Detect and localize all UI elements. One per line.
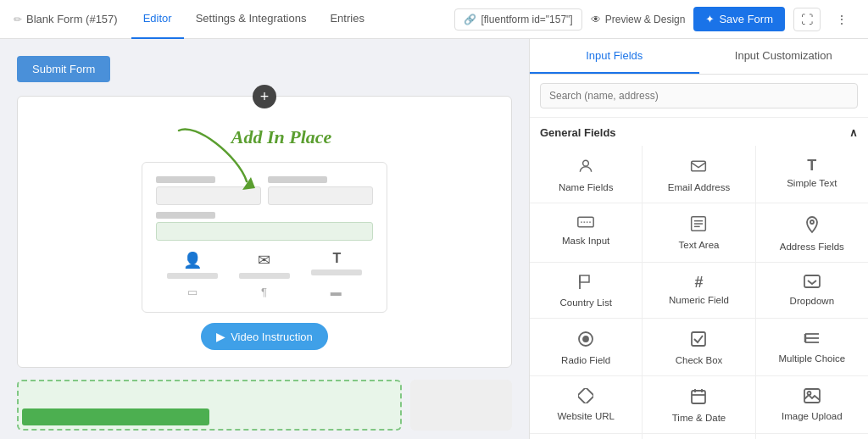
person-icon: 👤	[183, 251, 202, 270]
email-icon	[690, 158, 707, 177]
topbar-left: ✏ Blank Form (#157) Editor Settings & In…	[14, 0, 437, 39]
video-instruction-button[interactable]: ▶ Video Instruction	[201, 323, 328, 350]
field-name-fields[interactable]: Name Fields	[530, 146, 642, 203]
field-custom-html[interactable]: </> Custom HTML	[643, 434, 754, 439]
svg-rect-19	[578, 388, 593, 403]
field-name-label: Name Fields	[559, 182, 614, 192]
preview-button[interactable]: 👁 Preview & Design	[591, 14, 686, 25]
text-icon: T	[807, 158, 816, 173]
field-country-label: Country List	[559, 297, 611, 308]
panel-search	[530, 75, 868, 118]
svg-rect-2	[692, 161, 706, 171]
edit-icon: ✏	[14, 14, 22, 25]
field-dropdown-label: Dropdown	[790, 296, 834, 306]
field-numeric-label: Numeric Field	[669, 295, 729, 305]
flag-icon	[577, 275, 594, 292]
field-file-upload[interactable]: File Upload	[530, 434, 642, 439]
field-checkbox[interactable]: Check Box	[643, 319, 754, 375]
field-textarea-label: Text Area	[679, 240, 720, 250]
field-text-area[interactable]: Text Area	[643, 203, 754, 262]
shortcode-icon: 🔗	[464, 14, 476, 25]
field-email-address[interactable]: Email Address	[643, 146, 754, 203]
plus-icon: +	[260, 88, 270, 106]
mask-icon	[577, 215, 594, 231]
field-image-upload-label: Image Upload	[782, 411, 843, 421]
person-icon	[577, 158, 594, 177]
tab-entries[interactable]: Entries	[318, 0, 376, 39]
field-website-url[interactable]: Website URL	[530, 376, 642, 433]
more-button[interactable]: ⋮	[829, 8, 854, 31]
diamond-icon	[578, 388, 593, 406]
search-input[interactable]	[540, 83, 858, 108]
field-multiple-choice-label: Multiple Choice	[779, 353, 846, 364]
add-in-place-label: Add In Place	[69, 126, 494, 148]
save-form-button[interactable]: ✦ Save Form	[693, 7, 785, 31]
bottom-preview-tiles	[17, 380, 512, 431]
textarea-icon	[690, 215, 707, 235]
field-phone[interactable]: Phone/Mobile Field	[756, 434, 868, 439]
field-time-date[interactable]: Time & Date	[643, 376, 754, 433]
expand-button[interactable]: ⛶	[793, 8, 821, 31]
svg-rect-3	[578, 217, 593, 227]
collapse-icon[interactable]: ∧	[849, 126, 858, 139]
image-icon	[804, 388, 821, 406]
field-simple-text-label: Simple Text	[787, 178, 837, 188]
right-panel: Input Fields Input Customization General…	[529, 39, 868, 439]
dropdown-icon	[804, 275, 821, 291]
field-checkbox-label: Check Box	[676, 355, 723, 365]
field-country-list[interactable]: Country List	[530, 263, 642, 318]
field-multiple-choice[interactable]: Multiple Choice	[756, 319, 868, 375]
gray-tile	[410, 380, 512, 431]
field-type-icons: 👤 ✉ T	[156, 251, 373, 279]
topbar-right: 🔗 [fluentform id="157"] 👁 Preview & Desi…	[454, 7, 854, 31]
svg-point-9	[810, 220, 814, 224]
calendar-icon	[690, 388, 707, 408]
field-dropdown[interactable]: Dropdown	[756, 263, 868, 318]
fields-grid: Name Fields Email Address T Simple Text …	[530, 146, 868, 439]
field-image-upload[interactable]: Image Upload	[756, 376, 868, 433]
checkbox-icon	[690, 331, 707, 350]
add-field-button[interactable]: +	[253, 85, 276, 108]
svg-rect-11	[804, 275, 820, 287]
field-address[interactable]: Address Fields	[756, 203, 868, 262]
editor-area: Submit Form + Add In Place	[0, 39, 529, 439]
field-radio-label: Radio Field	[561, 355, 610, 365]
svg-point-1	[583, 160, 589, 166]
tab-input-customization[interactable]: Input Customization	[699, 39, 869, 74]
list-icon	[804, 331, 821, 348]
field-website-label: Website URL	[557, 411, 615, 421]
field-numeric[interactable]: # Numeric Field	[643, 263, 754, 318]
eye-icon: 👁	[591, 14, 601, 25]
panel-tabs: Input Fields Input Customization	[530, 39, 868, 75]
nav-tabs: Editor Settings & Integrations Entries	[131, 0, 376, 39]
svg-rect-20	[692, 391, 705, 403]
field-simple-text[interactable]: T Simple Text	[756, 146, 868, 203]
main-layout: Submit Form + Add In Place	[0, 39, 868, 439]
paragraph-icon: ¶	[261, 286, 267, 298]
mask-icon: ▭	[187, 286, 198, 298]
green-tile-inner	[22, 408, 209, 425]
card-icon: ▬	[331, 286, 342, 298]
tab-settings[interactable]: Settings & Integrations	[184, 0, 319, 39]
address-icon	[804, 215, 820, 236]
form-canvas: + Add In Place	[17, 96, 512, 368]
add-arrow-illustration	[170, 114, 272, 198]
svg-rect-14	[692, 332, 705, 346]
field-mask-input[interactable]: Mask Input	[530, 203, 642, 262]
hash-icon: #	[694, 275, 703, 290]
svg-marker-0	[242, 177, 255, 190]
general-fields-header: General Fields ∧	[530, 118, 868, 146]
tab-input-fields[interactable]: Input Fields	[530, 39, 699, 74]
tab-editor[interactable]: Editor	[131, 0, 184, 39]
shortcode-button[interactable]: 🔗 [fluentform id="157"]	[454, 8, 581, 31]
more-field-icons: ▭ ¶ ▬	[156, 286, 373, 298]
more-icon: ⋮	[836, 13, 848, 26]
radio-icon	[577, 331, 594, 350]
field-time-date-label: Time & Date	[672, 413, 726, 423]
submit-form-button[interactable]: Submit Form	[17, 56, 110, 82]
field-radio[interactable]: Radio Field	[530, 319, 642, 375]
text-icon: T	[332, 251, 341, 266]
field-mask-label: Mask Input	[562, 236, 609, 246]
form-title: ✏ Blank Form (#157)	[14, 13, 118, 25]
topbar: ✏ Blank Form (#157) Editor Settings & In…	[0, 0, 868, 39]
